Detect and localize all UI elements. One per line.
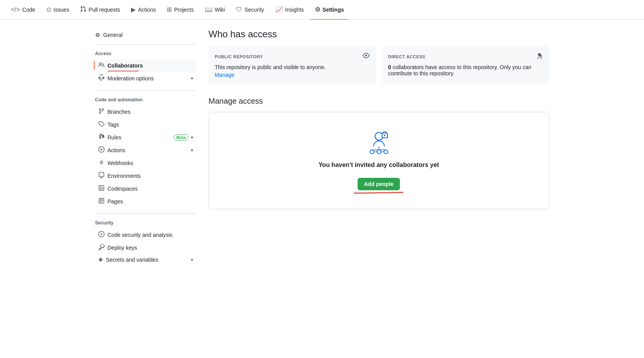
sidebar-item-general[interactable]: ⚙ General xyxy=(95,29,196,45)
sidebar: ⚙ General Access Collaborators Moderatio… xyxy=(95,29,196,266)
code-icon: </> xyxy=(11,6,20,13)
public-repo-type: PUBLIC REPOSITORY xyxy=(215,54,263,59)
settings-active-underline xyxy=(313,19,346,20)
nav-projects[interactable]: ⊞ Projects xyxy=(162,3,199,16)
sidebar-item-actions[interactable]: Actions ▾ xyxy=(95,144,196,156)
beta-badge: Beta xyxy=(174,134,188,141)
no-collaborators-text: You haven't invited any collaborators ye… xyxy=(318,162,439,169)
sidebar-divider-1 xyxy=(95,90,196,91)
moderation-chevron: ▾ xyxy=(191,76,193,81)
webhooks-icon xyxy=(98,159,105,167)
actions-sidebar-icon xyxy=(98,146,105,154)
sidebar-item-pages[interactable]: Pages xyxy=(95,195,196,207)
code-security-icon xyxy=(98,231,105,238)
nav-security[interactable]: 🛡 Security xyxy=(231,3,269,16)
sidebar-item-codespaces[interactable]: Codespaces xyxy=(95,182,196,195)
pages-icon xyxy=(98,198,105,205)
sidebar-section-code: Code and automation xyxy=(95,97,196,103)
nav-pull-requests[interactable]: Pull requests xyxy=(75,3,125,17)
direct-access-card: DIRECT ACCESS 0 collaborators have acces… xyxy=(382,46,549,84)
nav-insights[interactable]: 📈 Insights xyxy=(271,3,309,16)
secrets-icon: ✱ xyxy=(98,257,103,263)
page-layout: ⚙ General Access Collaborators Moderatio… xyxy=(89,19,555,275)
access-cards: PUBLIC REPOSITORY This repository is pub… xyxy=(209,46,549,84)
svg-point-4 xyxy=(377,150,381,154)
sidebar-item-code-security[interactable]: Code security and analysis xyxy=(95,229,196,241)
collaborators-empty-icon xyxy=(363,131,394,155)
main-content: Who has access PUBLIC REPOSITORY This re… xyxy=(209,29,549,266)
public-repo-description: This repository is public and visible to… xyxy=(215,64,370,70)
sidebar-item-collaborators[interactable]: Collaborators xyxy=(95,59,196,71)
manage-access-box: You haven't invited any collaborators ye… xyxy=(209,112,549,209)
insights-icon: 📈 xyxy=(275,6,283,13)
svg-point-3 xyxy=(370,150,374,154)
top-nav: </> Code ⊙ Issues Pull requests ▶ Action… xyxy=(0,0,644,19)
sidebar-item-tags[interactable]: Tags xyxy=(95,118,196,130)
settings-icon: ⚙ xyxy=(315,6,320,13)
direct-access-header: DIRECT ACCESS xyxy=(388,52,543,61)
sidebar-divider-2 xyxy=(95,214,196,214)
svg-point-5 xyxy=(384,150,388,154)
eye-icon xyxy=(363,52,370,61)
who-has-access-title: Who has access xyxy=(209,29,549,40)
deploy-keys-icon xyxy=(98,244,105,251)
sidebar-section-security: Security xyxy=(95,220,196,226)
manage-link[interactable]: Manage xyxy=(215,72,235,78)
rules-icon xyxy=(98,134,105,141)
public-repo-header: PUBLIC REPOSITORY xyxy=(215,52,370,61)
rules-chevron: ▾ xyxy=(191,135,193,140)
actions-icon: ▶ xyxy=(131,6,136,13)
pull-requests-icon xyxy=(80,6,86,14)
sidebar-item-moderation[interactable]: Moderation options ▾ xyxy=(95,72,196,84)
branches-icon xyxy=(98,108,105,115)
collaborators-underline xyxy=(108,71,139,71)
svg-point-2 xyxy=(384,135,386,136)
sidebar-item-environments[interactable]: Environments xyxy=(95,170,196,182)
wiki-icon: 📖 xyxy=(205,6,213,13)
sidebar-section-access: Access xyxy=(95,51,196,56)
manage-access-title: Manage access xyxy=(209,97,549,106)
add-people-button[interactable]: Add people xyxy=(358,178,400,190)
nav-wiki[interactable]: 📖 Wiki xyxy=(200,3,230,16)
sidebar-item-branches[interactable]: Branches xyxy=(95,106,196,118)
issues-icon: ⊙ xyxy=(46,6,51,13)
nav-code[interactable]: </> Code xyxy=(6,3,40,16)
moderation-icon xyxy=(98,75,105,82)
nav-issues[interactable]: ⊙ Issues xyxy=(42,3,74,16)
actions-chevron: ▾ xyxy=(191,148,193,153)
collaborators-icon xyxy=(98,62,105,69)
secrets-chevron: ▾ xyxy=(191,257,193,262)
nav-actions[interactable]: ▶ Actions xyxy=(126,3,161,16)
public-repo-card: PUBLIC REPOSITORY This repository is pub… xyxy=(209,46,376,84)
codespaces-icon xyxy=(98,185,105,192)
direct-access-description: 0 collaborators have access to this repo… xyxy=(388,64,543,76)
nav-settings[interactable]: ⚙ Settings xyxy=(310,3,349,16)
security-icon: 🛡 xyxy=(236,6,242,13)
sidebar-item-rules[interactable]: Rules Beta ▾ xyxy=(95,131,196,143)
add-people-wrapper: Add people xyxy=(358,178,400,190)
tags-icon xyxy=(98,121,105,128)
sidebar-item-secrets[interactable]: ✱ Secrets and variables ▾ xyxy=(95,254,196,265)
person-add-icon xyxy=(536,52,543,61)
gear-icon: ⚙ xyxy=(95,32,100,38)
rules-badge-chevron: Beta ▾ xyxy=(174,134,193,141)
sidebar-item-webhooks[interactable]: Webhooks xyxy=(95,157,196,169)
direct-access-text: collaborators have access to this reposi… xyxy=(388,64,532,76)
sidebar-item-deploy-keys[interactable]: Deploy keys xyxy=(95,242,196,254)
projects-icon: ⊞ xyxy=(167,6,172,13)
direct-access-type: DIRECT ACCESS xyxy=(388,54,426,59)
environments-icon xyxy=(98,172,105,179)
